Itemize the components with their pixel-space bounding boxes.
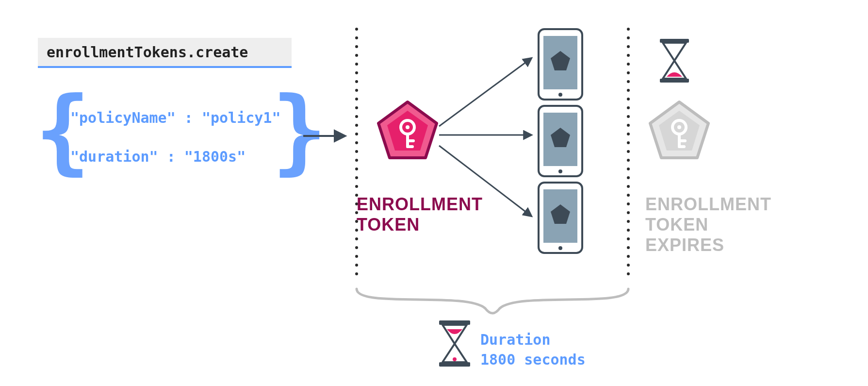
underbrace-icon (357, 289, 628, 313)
hourglass-small-icon (660, 39, 689, 83)
phone-icon (539, 29, 582, 100)
svg-point-20 (558, 169, 562, 173)
duration-label-line2: 1800 seconds (480, 350, 586, 370)
expired-token-label-line2: TOKEN (645, 215, 771, 235)
diagram-layer (0, 0, 868, 386)
expired-token-label: ENROLLMENT TOKEN EXPIRES (645, 194, 771, 255)
svg-point-28 (677, 125, 681, 129)
expired-token-label-line1: ENROLLMENT (645, 194, 771, 215)
svg-point-36 (453, 357, 457, 361)
enrollment-token-label: ENROLLMENT TOKEN (357, 194, 483, 235)
duration-label-line1: Duration (480, 330, 586, 350)
phone-icon (539, 106, 582, 176)
hourglass-large-icon (439, 320, 470, 367)
duration-label: Duration 1800 seconds (480, 330, 586, 369)
svg-point-6 (406, 125, 409, 129)
svg-line-10 (439, 58, 531, 126)
expired-token-label-line3: EXPIRES (645, 235, 771, 255)
svg-point-16 (558, 93, 562, 97)
svg-point-24 (558, 246, 562, 250)
enrollment-token-label-line2: TOKEN (357, 215, 483, 235)
enrollment-token-label-line1: ENROLLMENT (357, 194, 483, 215)
phone-icon (539, 183, 582, 253)
enrollment-token-icon (378, 102, 437, 158)
expired-token-icon (650, 102, 708, 158)
